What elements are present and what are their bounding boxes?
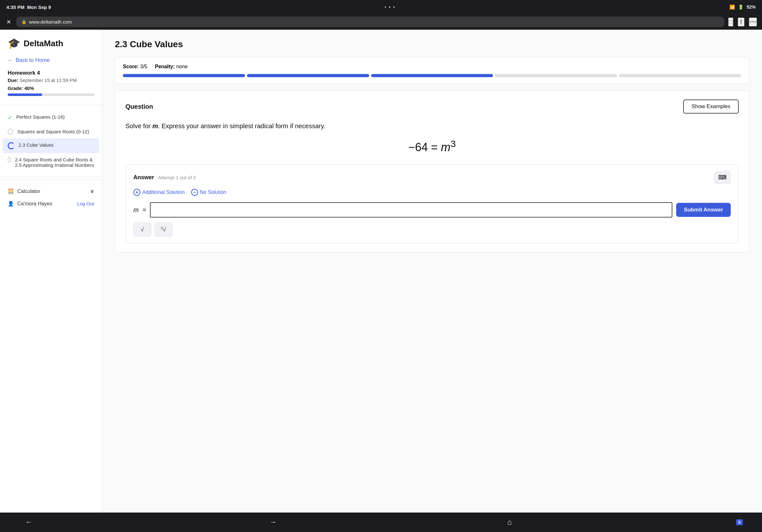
equation-variable: m xyxy=(441,141,451,154)
sqrt-button[interactable]: √ xyxy=(133,223,151,237)
grade-progress-bar-fill xyxy=(8,94,42,96)
score-value: 3/5 xyxy=(140,64,147,69)
nav-items: ✓ Perfect Squares (1-16) Squares and Squ… xyxy=(0,108,102,174)
calculator-icon: 🧮 xyxy=(8,188,14,194)
day-display: Mon Sep 9 xyxy=(27,4,51,10)
logo-math: Math xyxy=(44,38,63,48)
plus-circle-icon: + xyxy=(133,189,140,196)
equals-sign: = xyxy=(143,206,146,214)
grade-progress-bar-bg xyxy=(8,94,94,96)
lock-icon: 🔒 xyxy=(21,20,27,24)
minus-circle-icon: − xyxy=(191,189,198,196)
additional-solution-label: Additional Solution xyxy=(142,189,185,195)
logo-area: 🎓 DeltaMath xyxy=(0,37,102,57)
status-center: • • • xyxy=(385,5,396,9)
main-content: 2.3 Cube Values Score: 3/5 Penalty: none xyxy=(102,30,762,512)
homework-grade: Grade: 40% xyxy=(8,86,94,91)
sidebar: 🎓 DeltaMath ← Back to Home Homework 4 Du… xyxy=(0,30,102,512)
answer-label-group: Answer Attempt 1 out of 3 xyxy=(133,174,195,181)
sidebar-item-squares-roots[interactable]: Squares and Square Roots (0-12) xyxy=(0,125,102,138)
equation-exponent: 3 xyxy=(451,138,456,149)
user-name: Ca'mora Hayes xyxy=(17,201,52,207)
math-buttons: √ 3√ xyxy=(133,223,731,237)
calculator-row[interactable]: 🧮 Calculator ∨ xyxy=(8,185,94,197)
score-card: Score: 3/5 Penalty: none xyxy=(115,57,749,84)
check-icon: ✓ xyxy=(8,114,12,121)
show-examples-button[interactable]: Show Examples xyxy=(683,100,739,113)
grade-value: 40% xyxy=(25,86,34,91)
tab-count-badge[interactable]: 5 xyxy=(736,519,743,525)
url-bar[interactable]: 🔒 www.deltamath.com xyxy=(16,17,724,27)
nav-label-squares-roots: Squares and Square Roots (0-12) xyxy=(17,129,89,134)
homework-due: Due: September 15 at 11:59 PM xyxy=(8,78,94,83)
due-label: Due: xyxy=(8,78,18,83)
due-value: September 15 at 11:59 PM xyxy=(20,78,77,83)
browser-bar: ✕ 🔒 www.deltamath.com □ ⬆ ••• xyxy=(0,14,762,30)
seg-4 xyxy=(495,74,617,77)
browser-back-button[interactable]: ← xyxy=(19,515,39,529)
answer-section: Answer Attempt 1 out of 3 ⌨ + Additional… xyxy=(125,164,739,243)
grade-label: Grade: xyxy=(8,86,23,91)
equation-display: −64 = m3 xyxy=(125,138,739,154)
browser-forward-button[interactable]: → xyxy=(263,515,283,529)
status-time: 4:35 PM Mon Sep 9 xyxy=(6,4,51,10)
bookmark-button[interactable]: □ xyxy=(728,18,733,27)
user-avatar-icon: 👤 xyxy=(8,201,14,207)
logo-text: DeltaMath xyxy=(24,38,63,48)
homework-info: Homework 4 Due: September 15 at 11:59 PM… xyxy=(0,70,102,102)
logout-button[interactable]: Log Out xyxy=(77,201,94,206)
question-header: Question Show Examples xyxy=(125,100,739,113)
share-button[interactable]: ⬆ xyxy=(738,18,744,27)
logo-delta: Delta xyxy=(24,38,44,48)
nav-label-perfect-squares: Perfect Squares (1-16) xyxy=(16,114,65,120)
score-label: Score: 3/5 xyxy=(123,64,147,70)
back-to-home-link[interactable]: ← Back to Home xyxy=(0,57,102,70)
back-arrow-icon: ← xyxy=(8,57,13,63)
solution-options: + Additional Solution − No Solution xyxy=(133,189,731,196)
score-label-text: Score: xyxy=(123,64,139,69)
circle-incomplete-icon-2 xyxy=(8,157,11,163)
sidebar-item-cube-values[interactable]: 2.3 Cube Values xyxy=(3,138,99,153)
bottom-nav: ← → ⌂ 5 xyxy=(0,512,762,532)
input-row: m = Submit Answer xyxy=(133,202,731,218)
more-button[interactable]: ••• xyxy=(749,18,757,27)
calculator-chevron-icon: ∨ xyxy=(90,188,94,194)
nav-label-cube-values: 2.3 Cube Values xyxy=(19,142,54,148)
app-container: 🎓 DeltaMath ← Back to Home Homework 4 Du… xyxy=(0,30,762,512)
additional-solution-button[interactable]: + Additional Solution xyxy=(133,189,185,196)
keyboard-button[interactable]: ⌨ xyxy=(714,171,731,184)
center-dots-icon: • • • xyxy=(385,5,396,9)
seg-2 xyxy=(247,74,369,77)
home-icon[interactable]: ⌂ xyxy=(507,518,512,527)
variable-m: m xyxy=(152,122,158,129)
penalty-label: Penalty: none xyxy=(155,64,188,70)
time-display: 4:35 PM xyxy=(6,4,25,10)
status-bar: 4:35 PM Mon Sep 9 • • • 📶 🔋 52% xyxy=(0,0,762,14)
sidebar-item-perfect-squares[interactable]: ✓ Perfect Squares (1-16) xyxy=(0,110,102,125)
penalty-value: none xyxy=(176,64,188,69)
answer-input[interactable] xyxy=(150,202,672,218)
sidebar-item-square-cube-roots[interactable]: 2.4 Square Roots and Cube Roots & 2.5 Ap… xyxy=(0,153,102,171)
attempt-text: Attempt 1 out of 3 xyxy=(158,175,195,180)
browser-actions: □ ⬆ ••• xyxy=(728,18,757,27)
logo-icon: 🎓 xyxy=(8,37,21,49)
battery-icon: 🔋 xyxy=(738,4,743,10)
calculator-left: 🧮 Calculator xyxy=(8,188,40,194)
url-text: www.deltamath.com xyxy=(29,19,72,25)
no-solution-button[interactable]: − No Solution xyxy=(191,189,227,196)
cbrt-button[interactable]: 3√ xyxy=(154,223,172,237)
answer-header: Answer Attempt 1 out of 3 ⌨ xyxy=(133,171,731,184)
back-to-home-label: Back to Home xyxy=(16,57,50,63)
seg-3 xyxy=(371,74,493,77)
user-left: 👤 Ca'mora Hayes xyxy=(8,201,52,207)
no-solution-label: No Solution xyxy=(200,189,227,195)
question-label: Question xyxy=(125,103,153,110)
progress-circle-icon xyxy=(8,142,15,149)
question-text: Solve for m. Express your answer in simp… xyxy=(125,121,739,131)
penalty-label-text: Penalty: xyxy=(155,64,175,69)
browser-close-button[interactable]: ✕ xyxy=(5,17,12,27)
progress-segments xyxy=(123,74,741,77)
user-row: 👤 Ca'mora Hayes Log Out xyxy=(8,197,94,210)
submit-answer-button[interactable]: Submit Answer xyxy=(676,203,731,217)
wifi-icon: 📶 xyxy=(729,4,735,10)
